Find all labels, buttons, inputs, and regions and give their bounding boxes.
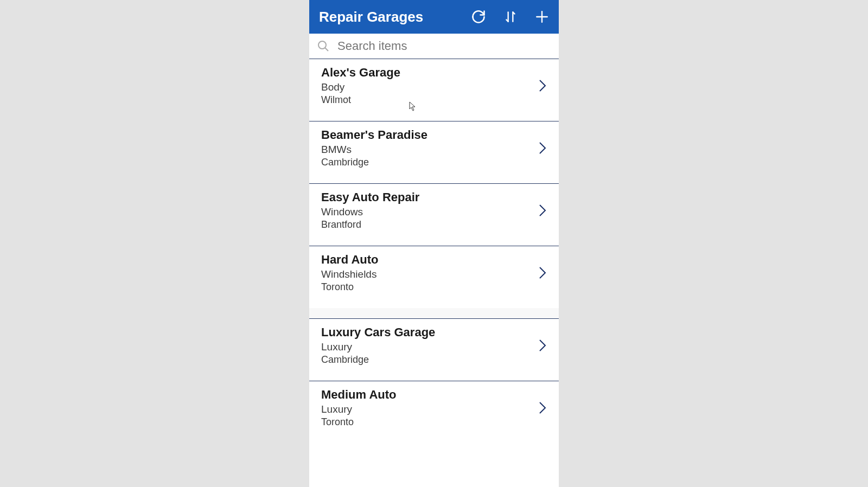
chevron-right-icon — [538, 265, 547, 280]
garage-name: Beamer's Paradise — [321, 128, 538, 142]
refresh-icon[interactable] — [471, 9, 486, 24]
list-item-content: Easy Auto Repair Windows Brantford — [321, 190, 538, 230]
list-item-content: Beamer's Paradise BMWs Cambridge — [321, 128, 538, 168]
list-item-content: Medium Auto Luxury Toronto — [321, 388, 538, 428]
chevron-right-icon — [538, 203, 547, 218]
garage-specialty: BMWs — [321, 144, 538, 156]
garage-location: Toronto — [321, 416, 538, 428]
garage-specialty: Luxury — [321, 341, 538, 353]
list-item[interactable]: Medium Auto Luxury Toronto — [309, 381, 559, 443]
list-item[interactable]: Easy Auto Repair Windows Brantford — [309, 184, 559, 246]
list-item-content: Hard Auto Windshields Toronto — [321, 253, 538, 293]
svg-point-4 — [318, 41, 326, 49]
list-item-content: Alex's Garage Body Wilmot — [321, 66, 538, 106]
garage-specialty: Body — [321, 81, 538, 93]
list-item[interactable]: Luxury Cars Garage Luxury Cambridge — [309, 319, 559, 381]
list-item[interactable]: Alex's Garage Body Wilmot — [309, 59, 559, 121]
header-actions — [471, 9, 549, 24]
garage-specialty: Windshields — [321, 268, 538, 280]
chevron-right-icon — [538, 338, 547, 353]
search-icon — [317, 40, 330, 53]
add-icon[interactable] — [535, 10, 549, 24]
garage-name: Easy Auto Repair — [321, 190, 538, 204]
list-item[interactable]: Beamer's Paradise BMWs Cambridge — [309, 121, 559, 184]
chevron-right-icon — [538, 78, 547, 93]
garage-name: Hard Auto — [321, 253, 538, 267]
garage-specialty: Luxury — [321, 403, 538, 415]
garage-name: Medium Auto — [321, 388, 538, 402]
chevron-right-icon — [538, 400, 547, 415]
garage-location: Wilmot — [321, 94, 538, 106]
garage-location: Cambridge — [321, 157, 538, 168]
garage-name: Alex's Garage — [321, 66, 538, 80]
garage-specialty: Windows — [321, 206, 538, 218]
search-bar[interactable] — [309, 34, 559, 59]
header-bar: Repair Garages — [309, 0, 559, 34]
group-separator — [309, 308, 559, 319]
svg-line-5 — [325, 48, 328, 51]
list-item[interactable]: Hard Auto Windshields Toronto — [309, 246, 559, 308]
garage-location: Brantford — [321, 219, 538, 230]
sort-icon[interactable] — [503, 10, 518, 24]
garage-location: Cambridge — [321, 354, 538, 366]
app-container: Repair Garages — [309, 0, 559, 487]
list-item-content: Luxury Cars Garage Luxury Cambridge — [321, 325, 538, 366]
search-input[interactable] — [337, 39, 551, 53]
chevron-right-icon — [538, 140, 547, 156]
page-title: Repair Garages — [319, 9, 471, 25]
garage-location: Toronto — [321, 281, 538, 293]
garage-name: Luxury Cars Garage — [321, 325, 538, 339]
